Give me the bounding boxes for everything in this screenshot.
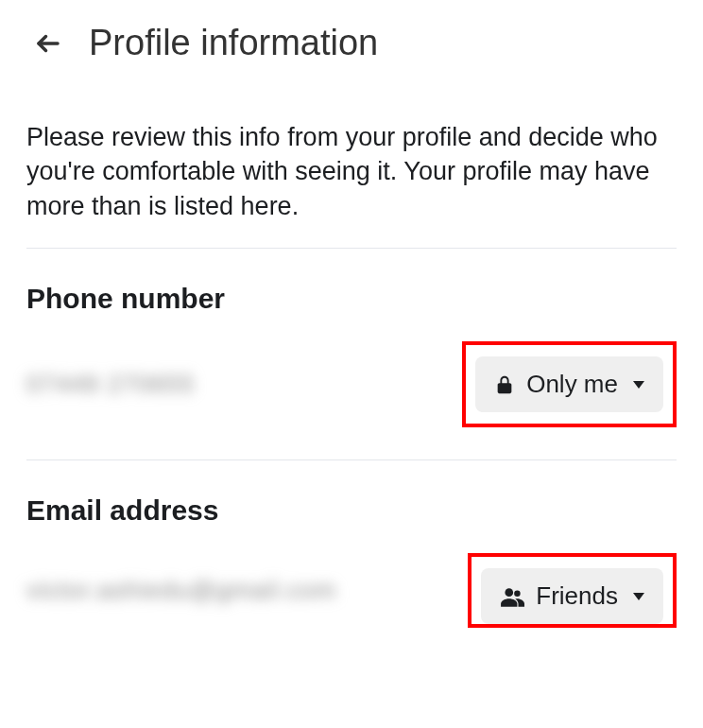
lock-icon xyxy=(494,374,515,395)
phone-highlight-box: Only me xyxy=(462,341,677,427)
email-value: victor.ashiedu@gmail.com xyxy=(26,575,336,607)
header-bar: Profile information xyxy=(0,0,703,80)
phone-value: 07449 270655 xyxy=(26,369,195,401)
chevron-down-icon xyxy=(633,381,644,389)
chevron-down-icon xyxy=(633,593,644,600)
email-audience-selector[interactable]: Friends xyxy=(481,568,663,624)
email-audience-label: Friends xyxy=(536,581,618,611)
description-text: Please review this info from your profil… xyxy=(0,80,703,248)
phone-audience-label: Only me xyxy=(526,370,618,399)
email-highlight-box: Friends xyxy=(468,553,677,628)
email-section-title: Email address xyxy=(26,494,677,527)
page-title: Profile information xyxy=(89,23,378,63)
phone-section-title: Phone number xyxy=(26,283,677,315)
friends-icon xyxy=(500,586,524,607)
phone-section: Phone number 07449 270655 Only me xyxy=(0,249,703,437)
email-section: Email address victor.ashiedu@gmail.com F… xyxy=(0,460,703,637)
phone-audience-selector[interactable]: Only me xyxy=(475,356,663,412)
svg-point-1 xyxy=(506,588,514,597)
back-arrow-icon[interactable] xyxy=(34,29,62,58)
svg-point-2 xyxy=(514,590,521,597)
